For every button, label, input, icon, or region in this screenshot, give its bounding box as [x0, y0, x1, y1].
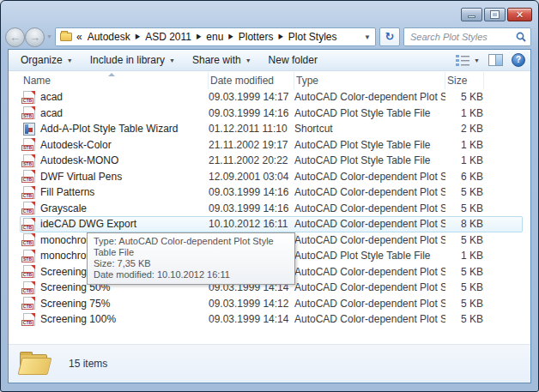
file-row[interactable]: CTB DWF Virtual Pens 12.09.2001 03:04 Au… — [9, 169, 530, 185]
column-header-name[interactable]: Name — [21, 72, 209, 89]
address-dropdown-icon[interactable]: ▼ — [361, 33, 373, 41]
chevron-right-icon: ▶ — [278, 33, 282, 41]
new-folder-label: New folder — [269, 54, 318, 66]
arrow-left-icon: ← — [9, 31, 21, 44]
search-box — [403, 27, 531, 46]
file-row[interactable]: CTB Screening 100% 09.03.1999 14:14 Auto… — [9, 311, 530, 328]
file-date-modified: 10.10.2012 16:11 — [209, 218, 294, 230]
search-icon[interactable] — [515, 31, 527, 43]
file-row[interactable]: CTB Grayscale 09.03.1999 14:16 AutoCAD C… — [9, 201, 530, 217]
stb-file-icon: STB — [23, 250, 35, 262]
back-button[interactable]: ← — [5, 27, 25, 47]
breadcrumb-item-enu[interactable]: enu — [206, 31, 223, 43]
file-row[interactable]: STB acad 09.03.1999 14:16 AutoCAD Plot S… — [9, 106, 530, 122]
minimize-button[interactable] — [461, 8, 482, 21]
stb-file-icon: STB — [23, 154, 35, 167]
breadcrumb-item-plotters[interactable]: Plotters — [239, 31, 274, 43]
column-headers: Name Date modified Type Size — [9, 72, 530, 89]
ctb-file-icon: CTB — [23, 186, 35, 199]
file-name: Grayscale — [40, 202, 87, 214]
file-type: AutoCAD Color-dependent Plot Styl... — [294, 313, 445, 325]
views-icon — [455, 54, 470, 66]
change-view-button[interactable]: ▼ — [455, 54, 480, 66]
breadcrumb-item-asd2011[interactable]: ASD 2011 — [145, 31, 191, 43]
file-name: Add-A-Plot Style Table Wizard — [40, 123, 179, 135]
file-row[interactable]: Add-A-Plot Style Table Wizard 01.12.2011… — [9, 121, 530, 137]
file-size: 5 KB — [445, 186, 484, 198]
tooltip-type: Type: AutoCAD Color-dependent Plot Style… — [94, 236, 288, 258]
file-row[interactable]: CTB ideCAD DWG Export 10.10.2012 16:11 A… — [20, 216, 523, 232]
file-tooltip: Type: AutoCAD Color-dependent Plot Style… — [87, 232, 295, 285]
explorer-window: ✕ ← → ▼ « Autodesk ▶ ASD 2011 ▶ enu ▶ Pl… — [0, 0, 539, 392]
arrow-right-icon: → — [29, 31, 40, 44]
forward-button[interactable]: → — [25, 27, 45, 47]
column-header-date[interactable]: Date modified — [209, 72, 294, 89]
ctb-file-icon: CTB — [23, 265, 35, 278]
close-button[interactable]: ✕ — [507, 8, 532, 21]
include-label: Include in library — [90, 54, 165, 66]
stb-file-icon: STB — [23, 106, 35, 119]
title-bar[interactable]: ✕ — [1, 1, 538, 25]
chevron-down-icon: ▼ — [245, 57, 251, 63]
maximize-icon — [491, 11, 499, 18]
file-type: AutoCAD Plot Style Table File — [294, 250, 445, 262]
sort-ascending-icon[interactable] — [108, 73, 115, 76]
file-type: AutoCAD Color-dependent Plot Styl... — [294, 298, 445, 310]
wizard-file-icon — [23, 123, 35, 136]
file-row[interactable]: CTB acad 09.03.1999 14:17 AutoCAD Color-… — [9, 89, 530, 106]
organize-button[interactable]: Organize ▼ — [12, 50, 82, 70]
question-mark-icon: ? — [516, 55, 521, 64]
file-date-modified: 12.09.2001 03:04 — [209, 171, 294, 183]
file-list: CTB acad 09.03.1999 14:17 AutoCAD Color-… — [9, 89, 530, 343]
file-type: AutoCAD Color-dependent Plot Styl... — [294, 91, 445, 103]
command-toolbar: Organize ▼ Include in library ▼ Share wi… — [9, 50, 530, 71]
file-type: AutoCAD Color-dependent Plot Styl... — [294, 171, 445, 183]
address-bar[interactable]: « Autodesk ▶ ASD 2011 ▶ enu ▶ Plotters ▶… — [55, 27, 376, 46]
chevron-down-icon: ▼ — [474, 57, 480, 63]
file-row[interactable]: CTB Fill Patterns 09.03.1999 14:16 AutoC… — [9, 184, 530, 201]
search-input[interactable] — [410, 32, 515, 42]
new-folder-button[interactable]: New folder — [260, 50, 326, 70]
navigation-bar: ← → ▼ « Autodesk ▶ ASD 2011 ▶ enu ▶ Plot… — [1, 25, 538, 49]
file-size: 5 KB — [445, 298, 484, 310]
folder-icon — [19, 352, 50, 376]
file-name: acad — [40, 107, 63, 119]
refresh-button[interactable]: ↻ — [379, 27, 400, 46]
file-date-modified: 09.03.1999 14:16 — [209, 107, 294, 119]
maximize-button[interactable] — [484, 8, 506, 21]
include-in-library-button[interactable]: Include in library ▼ — [82, 50, 184, 70]
file-type: AutoCAD Color-dependent Plot Styl... — [294, 266, 445, 278]
column-header-type[interactable]: Type — [294, 72, 445, 89]
file-row[interactable]: CTB Screening 75% 09.03.1999 14:12 AutoC… — [9, 296, 530, 312]
chevron-right-icon: ▶ — [228, 33, 233, 41]
file-row[interactable]: STB Autodesk-Color 21.11.2002 19:17 Auto… — [9, 137, 530, 154]
breadcrumb-item-autodesk[interactable]: Autodesk — [88, 31, 130, 43]
file-size: 5 KB — [445, 202, 484, 214]
file-name: Fill Patterns — [40, 186, 94, 198]
help-button[interactable]: ? — [512, 53, 525, 67]
file-date-modified: 21.11.2002 20:22 — [209, 154, 294, 166]
ctb-file-icon: CTB — [23, 281, 35, 294]
file-type: Shortcut — [294, 123, 445, 135]
preview-pane-button[interactable] — [488, 54, 503, 66]
file-type: AutoCAD Plot Style Table File — [294, 139, 445, 151]
file-size: 1 KB — [445, 107, 484, 119]
file-date-modified: 09.03.1999 14:17 — [209, 91, 294, 103]
share-with-button[interactable]: Share with ▼ — [184, 50, 260, 70]
window-controls: ✕ — [461, 8, 532, 21]
recent-pages-dropdown[interactable]: ▼ — [46, 33, 52, 39]
ctb-file-icon: CTB — [23, 218, 35, 231]
file-row[interactable]: STB Autodesk-MONO 21.11.2002 20:22 AutoC… — [9, 153, 530, 169]
breadcrumb-item-plot-styles[interactable]: Plot Styles — [288, 31, 337, 43]
breadcrumb-overflow[interactable]: « — [76, 31, 82, 43]
column-header-size[interactable]: Size — [445, 72, 484, 89]
file-date-modified: 09.03.1999 14:16 — [209, 202, 294, 214]
file-name: acad — [40, 91, 63, 103]
chevron-right-icon: ▶ — [136, 33, 140, 41]
close-icon: ✕ — [516, 10, 524, 20]
file-name: ideCAD DWG Export — [40, 218, 136, 230]
file-type: AutoCAD Color-dependent Plot Styl... — [294, 234, 445, 246]
file-type: AutoCAD Plot Style Table File — [294, 107, 445, 119]
details-pane: 15 items — [9, 344, 530, 383]
tooltip-date: Date modified: 10.10.2012 16:11 — [94, 269, 288, 280]
